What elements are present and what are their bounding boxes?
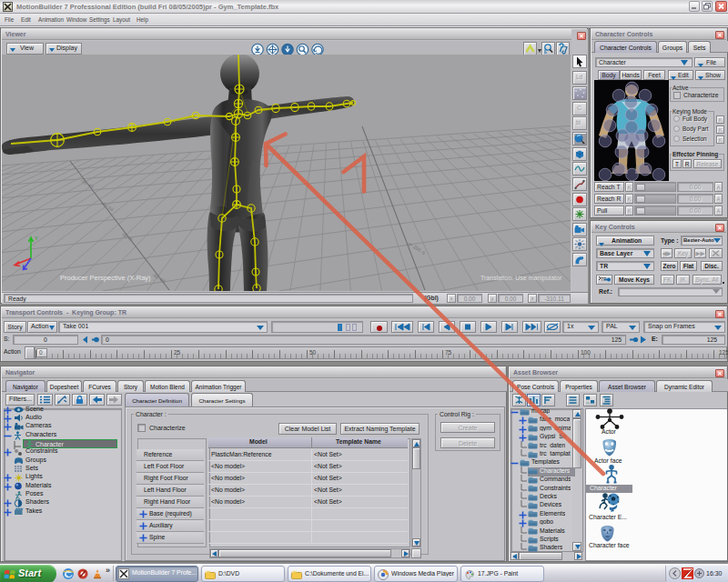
svg-text:Producer Perspective (X-Ray): Producer Perspective (X-Ray): [60, 274, 151, 282]
svg-text:Y: Y: [35, 236, 38, 241]
svg-text:Translation: Use manipulator: Translation: Use manipulator: [480, 275, 562, 282]
